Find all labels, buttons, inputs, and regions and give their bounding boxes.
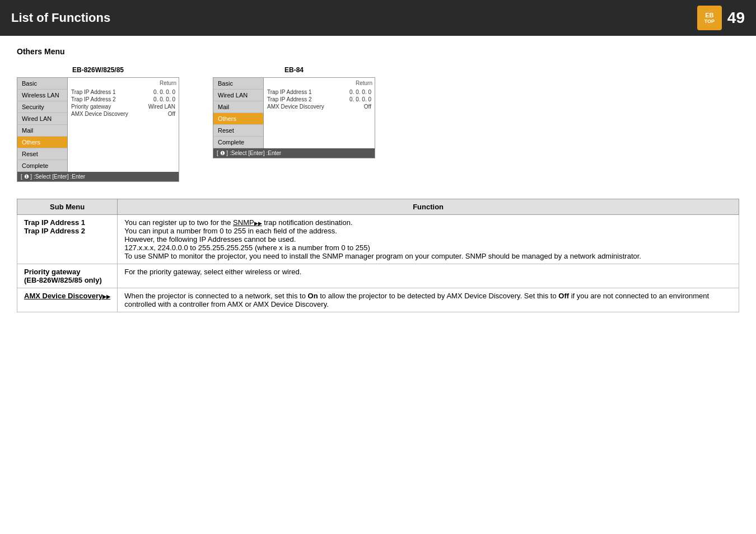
return-label-r: Return bbox=[266, 80, 372, 86]
menu-item-others-selected[interactable]: Others bbox=[17, 137, 67, 148]
sub-menu-amx: AMX Device Discovery bbox=[17, 288, 118, 312]
table-row: Priority gateway (EB-826W/825/85 only) F… bbox=[17, 264, 739, 288]
menu-right-panel: Return Trap IP Address 1 0. 0. 0. 0 Trap… bbox=[68, 78, 179, 172]
menu-item-wired-r[interactable]: Wired LAN bbox=[213, 90, 263, 101]
data-row-r1: Trap IP Address 1 0. 0. 0. 0 bbox=[266, 88, 372, 96]
menu-item-wired[interactable]: Wired LAN bbox=[17, 113, 67, 125]
menu-right-left-panel: Basic Wired LAN Mail Others Reset Comple… bbox=[213, 78, 264, 148]
menu-item-mail[interactable]: Mail bbox=[17, 125, 67, 137]
menu-left-panel: Basic Wireless LAN Security Wired LAN Ma… bbox=[17, 78, 68, 172]
return-label: Return bbox=[70, 80, 176, 86]
data-row-r2: Trap IP Address 2 0. 0. 0. 0 bbox=[266, 96, 372, 103]
menu-item-basic-r[interactable]: Basic bbox=[213, 78, 263, 90]
table-row: AMX Device Discovery When the projector … bbox=[17, 288, 739, 312]
on-text: On bbox=[308, 292, 318, 300]
sub-menu-trap: Trap IP Address 1 Trap IP Address 2 bbox=[17, 215, 118, 264]
amx-link[interactable]: AMX Device Discovery bbox=[24, 292, 110, 300]
function-table: Sub Menu Function Trap IP Address 1 Trap… bbox=[17, 199, 739, 312]
data-row-3: Priority gateway Wired LAN bbox=[70, 103, 176, 110]
func-priority: For the priority gateway, select either … bbox=[118, 264, 739, 288]
menu-item-security[interactable]: Security bbox=[17, 101, 67, 113]
page-header: List of Functions EB TOP 49 bbox=[0, 0, 756, 36]
func-trap: You can register up to two for the SNMP … bbox=[118, 215, 739, 264]
menu-item-reset-r[interactable]: Reset bbox=[213, 125, 263, 137]
col-header-function: Function bbox=[118, 199, 739, 215]
menu-item-complete[interactable]: Complete bbox=[17, 160, 67, 172]
logo: EB TOP bbox=[697, 6, 722, 30]
header-right: EB TOP 49 bbox=[697, 6, 745, 30]
amx-arrow-icon bbox=[102, 292, 110, 300]
data-row-4: AMX Device Discovery Off bbox=[70, 110, 176, 118]
diagram-left-title: EB-826W/825/85 bbox=[72, 66, 124, 74]
menu-footer-left: [ ❶ ] :Select [Enter] :Enter bbox=[17, 172, 179, 181]
data-row-1: Trap IP Address 1 0. 0. 0. 0 bbox=[70, 88, 176, 96]
menu-footer-right: [ ❶ ] :Select [Enter] :Enter bbox=[213, 148, 375, 158]
menu-mockup-right: Basic Wired LAN Mail Others Reset Comple… bbox=[213, 77, 375, 158]
section-title: Others Menu bbox=[17, 47, 739, 56]
off-text: Off bbox=[558, 292, 569, 300]
menu-item-others-r[interactable]: Others bbox=[213, 113, 263, 125]
menu-item-mail-r[interactable]: Mail bbox=[213, 101, 263, 113]
func-amx: When the projector is connected to a net… bbox=[118, 288, 739, 312]
diagram-left: EB-826W/825/85 Basic Wireless LAN Securi… bbox=[17, 66, 179, 182]
menu-item-wireless[interactable]: Wireless LAN bbox=[17, 90, 67, 101]
menu-item-basic[interactable]: Basic bbox=[17, 78, 67, 90]
table-row: Trap IP Address 1 Trap IP Address 2 You … bbox=[17, 215, 739, 264]
diagram-right: EB-84 Basic Wired LAN Mail Others Reset … bbox=[213, 66, 375, 182]
page-title: List of Functions bbox=[11, 11, 110, 25]
page-number: 49 bbox=[727, 9, 745, 27]
snmp-arrow-icon bbox=[254, 218, 262, 227]
diagrams-row: EB-826W/825/85 Basic Wireless LAN Securi… bbox=[17, 66, 739, 182]
col-header-submenu: Sub Menu bbox=[17, 199, 118, 215]
orange-dot bbox=[42, 139, 48, 145]
menu-mockup-left: Basic Wireless LAN Security Wired LAN Ma… bbox=[17, 77, 179, 182]
diagram-right-title: EB-84 bbox=[284, 66, 304, 74]
data-row-r3: AMX Device Discovery Off bbox=[266, 103, 372, 110]
orange-dot-r bbox=[238, 116, 244, 121]
data-row-2: Trap IP Address 2 0. 0. 0. 0 bbox=[70, 96, 176, 103]
menu-item-reset[interactable]: Reset bbox=[17, 148, 67, 160]
menu-item-complete-r[interactable]: Complete bbox=[213, 137, 263, 148]
snmp-link-1[interactable]: SNMP bbox=[233, 218, 262, 227]
page-body: Others Menu EB-826W/825/85 Basic Wireles… bbox=[0, 36, 756, 324]
sub-menu-priority: Priority gateway (EB-826W/825/85 only) bbox=[17, 264, 118, 288]
menu-right-right-panel: Return Trap IP Address 1 0. 0. 0. 0 Trap… bbox=[264, 78, 375, 148]
